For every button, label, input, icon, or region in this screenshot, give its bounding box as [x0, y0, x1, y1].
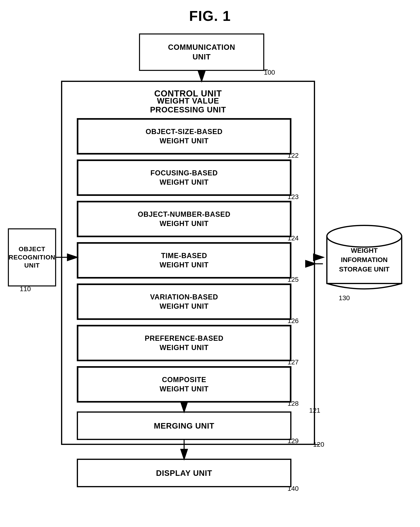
merging-unit-box: MERGING UNIT [77, 411, 291, 440]
ref-110: 110 [20, 285, 31, 293]
time-based-unit-box: TIME-BASED WEIGHT UNIT [77, 242, 291, 279]
display-unit-box: DISPLAY UNIT [77, 459, 291, 487]
object-recognition-unit-box: OBJECT RECOGNITION UNIT [8, 228, 56, 286]
object-size-unit-box: OBJECT-SIZE-BASED WEIGHT UNIT [77, 118, 291, 154]
ref-128: 128 [287, 400, 299, 407]
ref-124: 124 [287, 234, 299, 242]
ref-120: 120 [313, 440, 324, 448]
preference-unit-box: PREFERENCE-BASED WEIGHT UNIT [77, 325, 291, 361]
ref-127: 127 [287, 358, 299, 366]
ref-130: 130 [339, 294, 350, 302]
ref-100: 100 [264, 68, 275, 76]
weight-value-processing-label: WEIGHT VALUE PROCESSING UNIT [69, 97, 307, 114]
ref-129: 129 [287, 437, 299, 445]
communication-unit-label: COMMUNICATION UNIT [168, 43, 235, 62]
composite-unit-box: COMPOSITE WEIGHT UNIT [77, 366, 291, 403]
ref-140: 140 [287, 485, 299, 492]
ref-122: 122 [287, 152, 299, 159]
focusing-unit-box: FOCUSING-BASED WEIGHT UNIT [77, 159, 291, 196]
ref-121: 121 [309, 406, 320, 414]
ref-125: 125 [287, 276, 299, 283]
communication-unit-box: COMMUNICATION UNIT [139, 33, 264, 71]
variation-unit-box: VARIATION-BASED WEIGHT UNIT [77, 284, 291, 320]
ref-126: 126 [287, 317, 299, 325]
object-number-unit-box: OBJECT-NUMBER-BASED WEIGHT UNIT [77, 201, 291, 237]
figure-title: FIG. 1 [189, 8, 231, 24]
weight-storage-label: WEIGHT INFORMATION STORAGE UNIT [323, 236, 406, 284]
ref-123: 123 [287, 193, 299, 201]
